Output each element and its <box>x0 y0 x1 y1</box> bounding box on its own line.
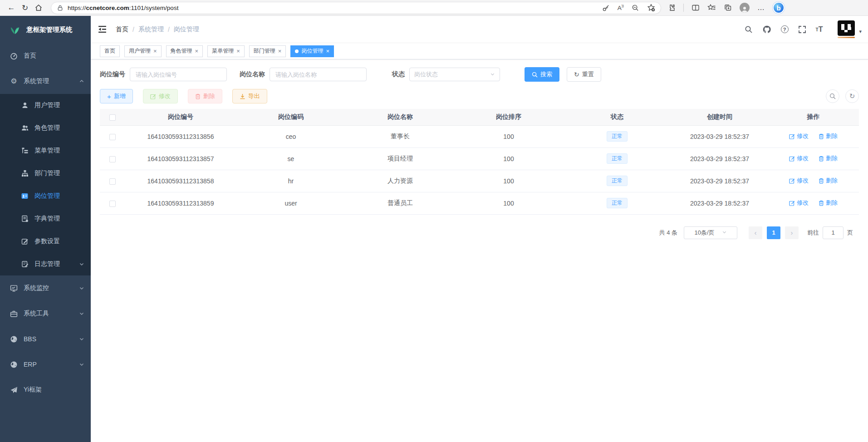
row-checkbox[interactable] <box>109 134 116 140</box>
sidebar-item-label: 字典管理 <box>34 215 84 223</box>
lock-icon <box>57 5 64 11</box>
user-avatar-menu[interactable]: ▾ <box>838 20 862 38</box>
post-code-input[interactable] <box>130 68 227 81</box>
row-delete-link[interactable]: 删除 <box>819 199 838 207</box>
zoom-out-icon[interactable] <box>632 4 639 12</box>
header-search-icon[interactable] <box>745 25 753 34</box>
tab-role-management[interactable]: 角色管理× <box>166 45 203 57</box>
sidebar-item-erp[interactable]: ERP <box>0 352 91 377</box>
url-text[interactable]: https://ccnetcore.com:1101/system/post <box>68 5 602 11</box>
github-icon[interactable] <box>762 25 771 34</box>
row-edit-link[interactable]: 修改 <box>789 154 809 162</box>
reset-button[interactable]: ↻ 重置 <box>567 67 601 82</box>
sidebar-logo[interactable]: 意框架管理系统 <box>0 16 91 43</box>
select-all-checkbox[interactable] <box>109 114 116 121</box>
user-icon <box>21 102 29 109</box>
page-size-select[interactable]: 10条/页 <box>684 226 737 239</box>
read-aloud-icon[interactable]: A)) <box>618 5 624 11</box>
cell-post-name: 普通员工 <box>346 192 455 214</box>
extensions-puzzle-icon[interactable] <box>667 4 676 12</box>
split-screen-icon[interactable] <box>691 4 700 12</box>
row-edit-link[interactable]: 修改 <box>789 199 809 207</box>
breadcrumb-home[interactable]: 首页 <box>116 25 128 34</box>
tab-department-management[interactable]: 部门管理× <box>249 45 286 57</box>
breadcrumb-system[interactable]: 系统管理 <box>138 25 164 34</box>
sidebar-item-parameter-settings[interactable]: 参数设置 <box>0 230 91 253</box>
avatar <box>838 20 855 36</box>
tab-menu-management[interactable]: 菜单管理× <box>207 45 245 57</box>
tags-view-bar: 首页 用户管理× 角色管理× 菜单管理× 部门管理× 岗位管理× <box>91 43 868 59</box>
edit-button[interactable]: 修改 <box>143 89 178 103</box>
delete-button[interactable]: 删除 <box>188 89 222 103</box>
sidebar-item-log-management[interactable]: 日志管理 <box>0 253 91 275</box>
next-page-button[interactable]: › <box>785 226 799 239</box>
table-header-row: 岗位编号 岗位编码 岗位名称 岗位排序 状态 创建时间 操作 <box>100 109 859 125</box>
sidebar-item-home[interactable]: 首页 <box>0 43 91 69</box>
sidebar-collapse-button[interactable] <box>98 25 107 34</box>
tab-home[interactable]: 首页 <box>100 45 120 57</box>
row-checkbox[interactable] <box>109 201 116 207</box>
status-badge: 正常 <box>607 176 628 186</box>
help-icon[interactable]: ? <box>781 25 789 33</box>
sidebar-item-system-tools[interactable]: 系统工具 <box>0 301 91 326</box>
tab-post-management[interactable]: 岗位管理× <box>290 45 334 57</box>
prev-page-button[interactable]: ‹ <box>749 226 762 239</box>
close-icon[interactable]: × <box>153 48 157 54</box>
row-edit-link[interactable]: 修改 <box>789 132 809 140</box>
status-select[interactable]: 岗位状态 <box>409 68 500 81</box>
post-name-input[interactable] <box>270 68 367 81</box>
search-button[interactable]: 搜索 <box>525 67 559 82</box>
row-delete-link[interactable]: 删除 <box>819 177 838 185</box>
fullscreen-icon[interactable] <box>798 25 806 34</box>
tab-user-management[interactable]: 用户管理× <box>124 45 162 57</box>
address-bar[interactable]: https://ccnetcore.com:1101/system/post A… <box>51 2 661 14</box>
refresh-table-button[interactable]: ↻ <box>845 89 859 103</box>
copilot-bing-icon[interactable]: b <box>773 2 785 14</box>
password-key-icon[interactable] <box>602 4 610 12</box>
row-checkbox[interactable] <box>109 156 116 162</box>
sidebar-item-system-monitor[interactable]: 系统监控 <box>0 275 91 301</box>
cell-post-name: 人力资源 <box>346 170 455 192</box>
post-code-label: 岗位编号 <box>100 70 125 79</box>
log-document-icon <box>21 260 29 268</box>
page-number-1[interactable]: 1 <box>767 226 780 239</box>
hamburger-fold-icon <box>98 25 107 34</box>
cell-post-sort: 100 <box>455 170 563 192</box>
favorites-star-icon[interactable] <box>707 4 716 12</box>
table-row: 1641030593112313858 hr 人力资源 100 正常 2023-… <box>100 170 859 192</box>
browser-home-button[interactable] <box>32 1 45 14</box>
font-size-icon[interactable]: TT <box>816 26 823 33</box>
close-icon[interactable]: × <box>326 48 329 54</box>
sidebar-item-menu-management[interactable]: 菜单管理 <box>0 139 91 162</box>
export-button[interactable]: 导出 <box>232 89 267 103</box>
collections-icon[interactable] <box>724 4 732 12</box>
toggle-search-button[interactable] <box>826 89 839 103</box>
browser-refresh-button[interactable]: ↻ <box>18 1 32 14</box>
goto-page-input[interactable] <box>823 226 843 239</box>
sidebar-item-department-management[interactable]: 部门管理 <box>0 162 91 185</box>
sidebar-item-yi-framework[interactable]: Yi框架 <box>0 377 91 403</box>
sidebar-item-bbs[interactable]: BBS <box>0 326 91 352</box>
row-delete-link[interactable]: 删除 <box>819 132 838 140</box>
sidebar-item-system-management[interactable]: ⚙ 系统管理 <box>0 69 91 94</box>
refresh-icon: ↻ <box>22 3 28 13</box>
close-icon[interactable]: × <box>278 48 282 54</box>
row-edit-link[interactable]: 修改 <box>789 177 809 185</box>
address-bar-icons: A)) <box>602 4 655 12</box>
sidebar-item-user-management[interactable]: 用户管理 <box>0 94 91 117</box>
browser-settings-menu-icon[interactable]: … <box>757 4 765 12</box>
main-area: 首页 / 系统管理 / 岗位管理 ? TT <box>91 16 868 442</box>
close-icon[interactable]: × <box>195 48 199 54</box>
row-delete-link[interactable]: 删除 <box>819 154 838 162</box>
row-checkbox[interactable] <box>109 178 116 185</box>
add-button[interactable]: +新增 <box>100 89 133 103</box>
column-actions: 操作 <box>768 109 859 125</box>
sidebar-item-dict-management[interactable]: 字典管理 <box>0 207 91 230</box>
browser-back-button[interactable]: ← <box>5 1 18 14</box>
browser-profile-avatar[interactable] <box>740 3 750 13</box>
sidebar-item-post-management[interactable]: 岗位管理 <box>0 185 91 207</box>
add-favorite-star-icon[interactable] <box>647 4 655 12</box>
trash-icon <box>819 178 824 184</box>
close-icon[interactable]: × <box>236 48 240 54</box>
sidebar-item-role-management[interactable]: 角色管理 <box>0 117 91 139</box>
